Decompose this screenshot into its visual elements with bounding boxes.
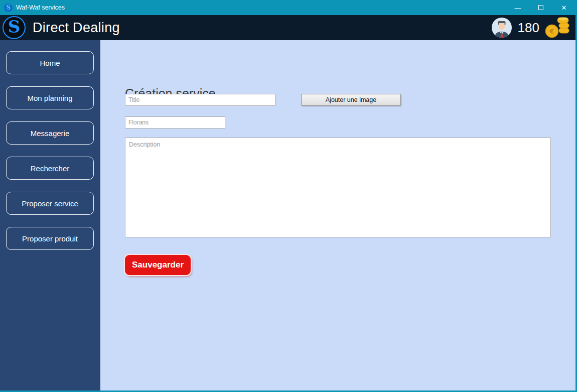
svg-text:€: € xyxy=(549,27,554,35)
window-controls: — ✕ xyxy=(506,0,575,15)
app-title: Direct Dealing xyxy=(33,20,120,36)
add-image-button[interactable]: Ajouter une image xyxy=(301,94,401,106)
window-body: Home Mon planning Messagerie Rechercher … xyxy=(0,40,575,390)
florans-input[interactable] xyxy=(125,116,225,128)
main-content: Création service Ajouter une image Sauve… xyxy=(100,40,575,390)
minimize-button[interactable]: — xyxy=(506,0,529,15)
maximize-icon xyxy=(538,5,543,10)
sidebar: Home Mon planning Messagerie Rechercher … xyxy=(0,40,100,390)
close-button[interactable]: ✕ xyxy=(552,0,575,15)
sidebar-item-home[interactable]: Home xyxy=(6,51,94,74)
title-input[interactable] xyxy=(125,94,275,106)
save-button[interactable]: Sauvegarder xyxy=(125,255,191,275)
app-icon: S xyxy=(4,4,13,12)
app-window: S Waf-Waf services — ✕ S Direct Dealing xyxy=(0,0,577,392)
minimize-icon: — xyxy=(515,4,521,12)
sidebar-item-proposer-produit[interactable]: Proposer produit xyxy=(6,227,94,250)
logo-letter: S xyxy=(8,18,21,35)
sidebar-item-proposer-service[interactable]: Proposer service xyxy=(6,192,94,215)
header-right: 180 € xyxy=(492,15,569,40)
app-header: S Direct Dealing 180 xyxy=(0,15,575,40)
maximize-button[interactable] xyxy=(529,0,552,15)
sidebar-item-rechercher[interactable]: Rechercher xyxy=(6,157,94,180)
window-title: Waf-Waf services xyxy=(16,4,65,11)
titlebar: S Waf-Waf services — ✕ xyxy=(0,0,575,15)
sidebar-item-mon-planning[interactable]: Mon planning xyxy=(6,86,94,109)
app-logo-icon: S xyxy=(3,16,26,39)
user-avatar-icon[interactable] xyxy=(492,18,512,38)
sidebar-item-messagerie[interactable]: Messagerie xyxy=(6,121,94,145)
close-icon: ✕ xyxy=(561,4,567,12)
points-balance: 180 xyxy=(518,20,539,36)
coins-icon: € xyxy=(545,17,569,38)
description-textarea[interactable] xyxy=(125,138,551,237)
